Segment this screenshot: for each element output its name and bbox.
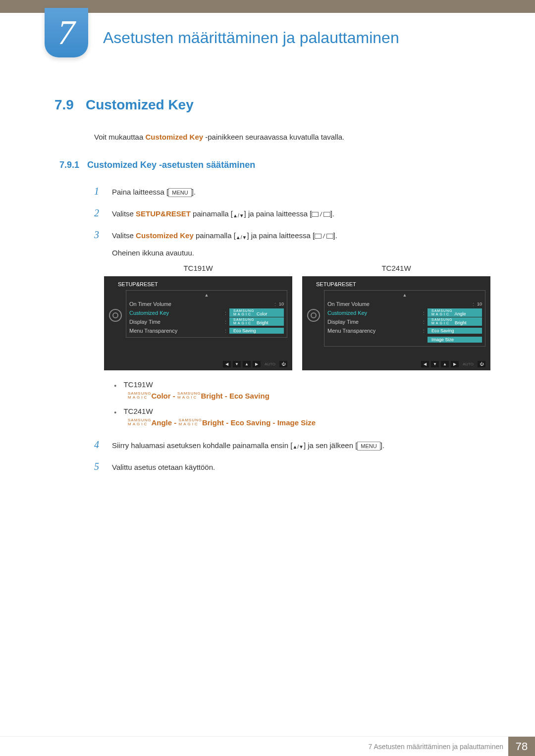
bullet-tc191w: ● TC191W [114,380,490,389]
section-number: 7.9 [54,97,74,113]
nav-up-icon: ▲ [441,361,449,367]
model-options: ● TC191W SAMSUNGMAGICColor - SAMSUNGMAGI… [114,380,490,427]
chapter-header: 7 Asetusten määrittäminen ja palauttamin… [0,8,535,57]
nav-right-icon: ▶ [253,361,261,367]
step-number: 1 [94,180,103,202]
up-down-icon [236,228,247,245]
osd-column-right: TC241W SETUP&RESET ▲ On Timer Volume: 10… [302,264,490,370]
osd-list: ▲ On Timer Volume: 10 Customized Key: SA… [126,290,287,338]
footer-chapter-label: 7 Asetusten määrittäminen ja palauttamin… [369,743,508,751]
nav-left-icon: ◀ [223,361,231,367]
osd-row-display-time: Display Time: SAMSUNGMAGIC Bright [129,317,284,326]
osd-row-customized-key: Customized Key: SAMSUNGMAGIC Angle [327,308,482,317]
bullet-icon: ● [114,383,116,388]
bullet-label: TC191W [123,380,153,389]
bullet-tc241w: ● TC241W [114,407,490,415]
intro-paragraph: Voit mukauttaa Customized Key -painikkee… [94,133,490,141]
osd-column-left: TC191W SETUP&RESET ▲ On Timer Volume: 10… [104,264,292,370]
rect-slash-rect-icon: / [312,208,330,221]
osd-panel-tc241w: SETUP&RESET ▲ On Timer Volume: 10 Custom… [302,276,490,370]
page-footer: 7 Asetusten määrittäminen ja palauttamin… [0,736,535,756]
nav-up-icon: ▲ [243,361,251,367]
osd-value-magic-bright: SAMSUNGMAGIC Bright [229,317,284,326]
gear-icon [307,309,320,322]
osd-list: ▲ On Timer Volume: 10 Customized Key: SA… [324,290,485,347]
section-heading: 7.9 Customized Key [54,97,490,113]
intro-pre: Voit mukauttaa [94,133,145,141]
nav-left-icon: ◀ [421,361,429,367]
chapter-title: Asetusten määrittäminen ja palauttaminen [103,29,399,47]
step-text: Paina laitteessa [MENU]. [112,184,196,200]
chapter-number-badge: 7 [45,8,88,57]
gear-icon [109,309,122,322]
up-down-icon [233,206,244,223]
bullet-label: TC241W [123,407,153,415]
nav-right-icon: ▶ [451,361,459,367]
step-3: 3 Valitse Customized Key painamalla [] j… [94,224,490,261]
osd-navbar: ◀ ▼ ▲ ▶ AUTO ⏻ [223,361,287,367]
osd-row-display-time: Display Time: SAMSUNGMAGIC Bright [327,317,482,326]
step-1: 1 Paina laitteessa [MENU]. [94,180,490,202]
menu-button-label: MENU [357,442,380,451]
section-title: Customized Key [86,97,194,113]
osd-row-on-timer-volume: On Timer Volume: 10 [129,300,284,308]
scroll-up-icon: ▲ [129,293,284,298]
osd-row-on-timer-volume: On Timer Volume: 10 [327,300,482,308]
osd-value-eco: Eco Saving [229,328,284,334]
nav-down-icon: ▼ [233,361,241,367]
nav-power-icon: ⏻ [279,361,287,367]
subsection-number: 7.9.1 [59,160,79,170]
step-text: Siirry haluamasi asetuksen kohdalle pain… [112,437,384,454]
step-number: 5 [94,455,103,477]
intro-post: -painikkeen seuraavassa kuvatulla tavall… [203,133,344,141]
osd-value-magic-color: SAMSUNGMAGIC Color [229,308,284,317]
step-4: 4 Siirry haluamasi asetuksen kohdalle pa… [94,434,490,455]
up-down-icon [292,438,304,454]
osd-header: SETUP&RESET [316,281,485,287]
steps-list-cont: 4 Siirry haluamasi asetuksen kohdalle pa… [94,434,490,477]
osd-row-menu-transparency: Menu Transparency: Eco Saving [327,326,482,335]
osd-navbar: ◀ ▼ ▲ ▶ AUTO ⏻ [421,361,485,367]
step-5: 5 Valittu asetus otetaan käyttöön. [94,455,490,477]
osd-model-label: TC241W [302,264,490,272]
osd-value-magic-bright: SAMSUNGMAGIC Bright [428,317,482,326]
step-text: Valitse SETUP&RESET painamalla [] ja pai… [112,205,334,223]
page-content: 7.9 Customized Key Voit mukauttaa Custom… [0,57,535,477]
osd-row-menu-transparency: Menu Transparency: Eco Saving [129,326,284,335]
bullet-icon: ● [114,410,116,415]
menu-button-label: MENU [168,188,191,197]
step-number: 3 [94,224,103,246]
options-line-tc241w: SAMSUNGMAGICAngle - SAMSUNGMAGICBright -… [128,418,490,427]
step-2: 2 Valitse SETUP&RESET painamalla [] ja p… [94,202,490,224]
step-number: 4 [94,434,103,455]
nav-auto-label: AUTO [263,362,277,366]
scroll-up-icon: ▲ [327,293,482,298]
subsection-title: Customized Key -asetusten säätäminen [87,160,255,170]
osd-value-magic-angle: SAMSUNGMAGIC Angle [428,308,482,317]
osd-row-customized-key: Customized Key: SAMSUNGMAGIC Color [129,308,284,317]
nav-power-icon: ⏻ [478,361,485,367]
nav-down-icon: ▼ [431,361,439,367]
osd-screenshots-row: TC191W SETUP&RESET ▲ On Timer Volume: 10… [104,264,490,370]
osd-header: SETUP&RESET [118,281,287,287]
nav-auto-label: AUTO [461,362,476,366]
osd-value-eco: Eco Saving [428,328,482,334]
osd-model-label: TC191W [104,264,292,272]
osd-row-image-size: Image Size [327,335,482,344]
chapter-number: 7 [58,13,75,52]
steps-list: 1 Paina laitteessa [MENU]. 2 Valitse SET… [94,180,490,261]
footer-page-number: 78 [508,737,535,756]
intro-keyword: Customized Key [145,133,203,141]
step-text: Valittu asetus otetaan käyttöön. [112,459,215,475]
step-text: Valitse Customized Key painamalla [] ja … [112,227,337,261]
osd-panel-tc191w: SETUP&RESET ▲ On Timer Volume: 10 Custom… [104,276,292,370]
osd-value-image-size: Image Size [428,337,482,343]
step-number: 2 [94,202,103,224]
subsection-heading: 7.9.1 Customized Key -asetusten säätämin… [59,160,490,170]
options-line-tc191w: SAMSUNGMAGICColor - SAMSUNGMAGICBright -… [128,392,490,400]
rect-slash-rect-icon: / [315,230,333,243]
